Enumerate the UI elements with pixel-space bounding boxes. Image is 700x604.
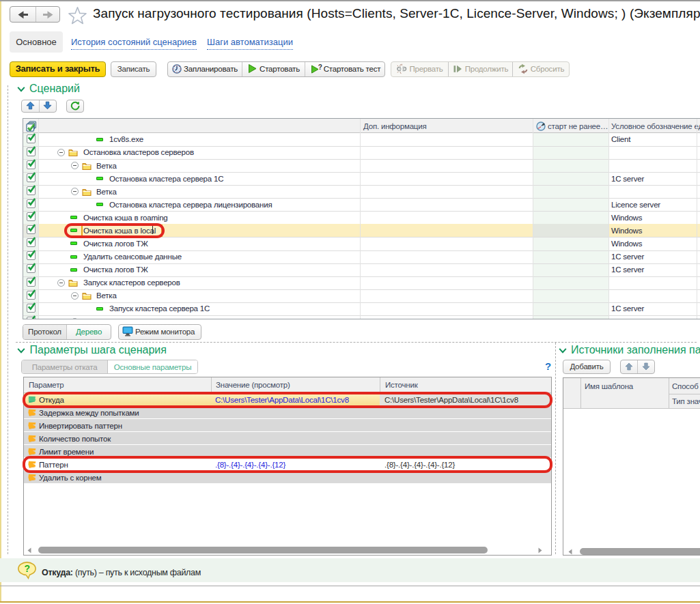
svg-text:?: ? xyxy=(25,563,31,574)
svg-text:?: ? xyxy=(318,63,322,71)
